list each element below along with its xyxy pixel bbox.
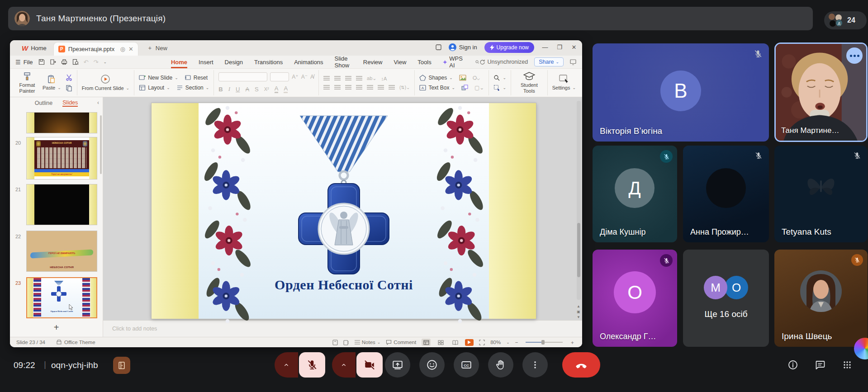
save-icon[interactable] <box>38 59 45 65</box>
line-spacing-icon[interactable] <box>378 85 384 90</box>
clear-format-icon[interactable]: A̸ <box>310 74 314 80</box>
current-slide[interactable]: Орден Небесної Сотні <box>152 103 536 319</box>
participants-pill[interactable]: Д 24 <box>824 11 867 29</box>
menu-tools[interactable]: Tools <box>417 56 431 68</box>
numbered-list-icon[interactable] <box>389 85 395 90</box>
paste-button[interactable]: Paste⌄ <box>43 75 61 91</box>
underline-button[interactable]: U <box>236 86 240 93</box>
from-current-slide-button[interactable]: From Current Slide⌄ <box>82 74 129 91</box>
copy-icon[interactable] <box>66 85 72 91</box>
slide-thumbnail-19[interactable] <box>26 112 97 133</box>
menu-view[interactable]: View <box>394 56 406 68</box>
next-slide-icon[interactable]: ▼ <box>577 315 580 319</box>
picture-icon[interactable] <box>459 75 466 81</box>
activities-button[interactable] <box>842 359 853 370</box>
justify-icon[interactable] <box>356 85 362 90</box>
menu-review[interactable]: Review <box>363 56 383 68</box>
format-painter-button[interactable]: Format Painter <box>16 72 38 94</box>
file-menu[interactable]: ☰ File <box>15 59 33 66</box>
export-icon[interactable] <box>50 59 56 65</box>
section-button[interactable]: Section⌄ <box>176 85 209 91</box>
tile-oleksandr[interactable]: О Олександр Г… <box>593 250 677 347</box>
wps-home-tab[interactable]: W Home <box>14 40 54 56</box>
qat-caret-icon[interactable]: ⌄ <box>103 60 107 64</box>
font-size-box[interactable] <box>270 72 289 81</box>
select-button[interactable]: ⌄ <box>493 85 506 91</box>
shadow-button[interactable]: S <box>255 86 259 93</box>
align-left-icon[interactable] <box>323 85 330 90</box>
meeting-details-button[interactable] <box>787 359 798 370</box>
undo-icon[interactable]: ↶ <box>84 59 89 66</box>
menu-animations[interactable]: Animations <box>294 56 323 68</box>
shapes-button[interactable]: Shapes⌄ <box>419 75 452 81</box>
increase-font-icon[interactable]: A⁺ <box>292 74 298 80</box>
reset-button[interactable]: Reset <box>185 75 208 81</box>
new-slide-button[interactable]: New Slide⌄ <box>139 75 178 81</box>
fill-icon[interactable]: ⛭⌄ <box>473 75 480 81</box>
share-button[interactable]: Share ⌄ <box>534 57 564 66</box>
menu-wps-ai[interactable]: WPS AI <box>443 56 465 68</box>
mic-options-button[interactable] <box>275 352 298 378</box>
menu-slide-show[interactable]: Slide Show <box>335 56 352 68</box>
tile-viktoria[interactable]: В Вікторія Вʼюгіна <box>593 43 769 142</box>
menu-insert[interactable]: Insert <box>199 56 213 68</box>
search-icon[interactable] <box>475 59 479 65</box>
slide-thumbnail-21[interactable] <box>26 184 97 225</box>
camera-options-button[interactable] <box>332 352 356 378</box>
settings-button[interactable]: Settings⌄ <box>552 75 576 91</box>
align-center-icon[interactable] <box>334 85 341 90</box>
notes-toggle[interactable]: Notes ⌄ <box>355 340 381 345</box>
add-slide-button[interactable]: + <box>10 322 103 333</box>
notes-area[interactable]: Click to add notes <box>103 320 582 337</box>
present-button[interactable] <box>385 352 410 378</box>
prev-slide-icon[interactable]: ▲ <box>577 304 580 308</box>
comment-button[interactable]: Comment <box>386 340 416 345</box>
align-right-icon[interactable] <box>345 85 351 90</box>
tile-tetyana[interactable]: Tetyana Kuts <box>774 146 868 242</box>
captions-button[interactable]: CC <box>454 352 479 378</box>
menu-design[interactable]: Design <box>225 56 243 68</box>
zoom-slider[interactable] <box>526 342 563 343</box>
superscript-button[interactable]: X² <box>264 86 269 92</box>
camera-off-button[interactable] <box>356 352 383 378</box>
italic-button[interactable]: I <box>228 85 230 93</box>
slide-thumbnail-20[interactable]: НЕБЕСНА СОТНЯ Герої не вмирають! <box>26 137 97 179</box>
close-tab-icon[interactable]: ✕ <box>128 46 133 52</box>
bullets-icon[interactable] <box>323 76 330 81</box>
char-spacing-icon[interactable]: ↕A <box>381 76 387 81</box>
task-pane-icon[interactable] <box>332 340 338 345</box>
theme-indicator[interactable]: Office Theme <box>56 340 95 345</box>
zoom-slider-knob[interactable] <box>541 340 545 345</box>
numbering-icon[interactable] <box>334 76 341 81</box>
panel-scrollbar[interactable] <box>100 115 102 174</box>
outline-tab[interactable]: Outline <box>35 100 53 106</box>
print-preview-icon[interactable] <box>72 59 79 65</box>
decrease-font-icon[interactable]: A⁻ <box>301 74 308 80</box>
tile-more-participants[interactable]: M О Ще 16 осіб <box>683 250 769 347</box>
upgrade-button[interactable]: Upgrade now <box>484 42 534 53</box>
wps-document-tab[interactable]: P Презентація.pptx ◎ ✕ <box>54 43 138 56</box>
sync-status[interactable]: Unsynchronized <box>479 59 528 65</box>
find-button[interactable]: ⌄ <box>493 75 506 81</box>
tile-more-options-button[interactable] <box>846 47 863 64</box>
student-tools-button[interactable]: Student Tools <box>516 72 543 94</box>
restore-icon[interactable]: ❐ <box>556 44 563 51</box>
end-call-button[interactable] <box>562 352 600 378</box>
font-color-button[interactable]: A <box>275 85 279 93</box>
chat-button[interactable] <box>815 359 825 370</box>
menu-transitions[interactable]: Transitions <box>254 56 283 68</box>
bold-button[interactable]: B <box>218 86 223 93</box>
text-direction-icon[interactable]: ab⌄ <box>367 76 376 81</box>
slides-tab[interactable]: Slides <box>62 99 78 107</box>
room-door-badge[interactable] <box>113 357 130 374</box>
sign-in-button[interactable]: Sign in <box>449 43 477 51</box>
reading-view-button[interactable] <box>451 339 460 346</box>
slide-sorter-button[interactable] <box>436 339 445 346</box>
raise-hand-button[interactable] <box>488 352 513 378</box>
close-window-icon[interactable]: ✕ <box>570 44 578 51</box>
slide-title[interactable]: Орден Небесної Сотні <box>256 277 431 293</box>
handout-icon[interactable] <box>343 340 349 345</box>
columns-icon[interactable] <box>367 85 373 90</box>
zoom-out-icon[interactable]: − <box>515 340 518 345</box>
slide-thumbnail-23[interactable]: Орден Небесної Сотні <box>26 277 97 318</box>
